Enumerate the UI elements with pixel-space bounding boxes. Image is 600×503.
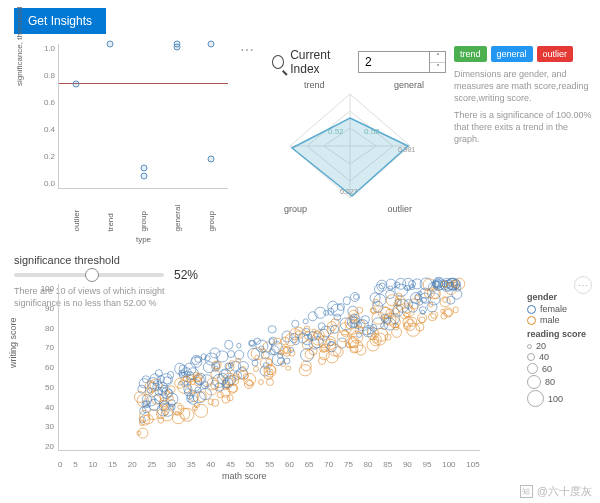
tag-trend: trend <box>454 46 487 62</box>
mini-yticks: 1.00.80.60.40.20.0 <box>29 44 55 188</box>
mini-xlabel: type <box>136 235 151 244</box>
significance-slider[interactable] <box>14 273 164 277</box>
legend-size-80: 80 <box>527 375 586 389</box>
mini-threshold-line <box>59 83 228 84</box>
current-index-input[interactable] <box>359 52 429 72</box>
legend-size-60: 60 <box>527 363 586 374</box>
info-line-1: Dimensions are gender, and measures are … <box>454 68 592 104</box>
svg-text:0.981: 0.981 <box>398 146 416 153</box>
radar-axis-outlier: outlier <box>387 204 412 214</box>
svg-text:0.52: 0.52 <box>328 127 344 136</box>
get-insights-button[interactable]: Get Insights <box>14 8 106 34</box>
mini-chart-menu-icon[interactable]: ⋯ <box>236 38 258 62</box>
svg-text:0.52: 0.52 <box>364 127 380 136</box>
current-index-spinner[interactable]: ˄ ˅ <box>358 51 446 73</box>
radar-axis-trend: trend <box>304 80 325 90</box>
mini-ylabel: significance, threshold <box>15 7 24 86</box>
legend-size-100: 100 <box>527 390 586 407</box>
radar-axis-group: group <box>284 204 307 214</box>
scatter-legend: gender femalemale reading score 20406080… <box>527 288 586 408</box>
info-line-2: There is a significance of 100.00% that … <box>454 109 592 145</box>
watermark: 知 @六十度灰 <box>520 484 592 499</box>
tag-outlier: outlier <box>537 46 574 62</box>
zhihu-icon: 知 <box>520 485 533 498</box>
index-up-button[interactable]: ˄ <box>430 52 445 63</box>
svg-text:0.027: 0.027 <box>340 188 358 195</box>
legend-gender-male: male <box>527 315 586 325</box>
legend-size-40: 40 <box>527 352 586 362</box>
radar-chart: 0.52 0.52 0.981 0.027 trend general outl… <box>270 76 430 216</box>
scatter-ylabel: writing score <box>8 317 18 368</box>
legend-gender-female: female <box>527 304 586 314</box>
mini-xticks: outliertrendgroupgeneralgroup <box>59 221 228 230</box>
scatter-xticks: 0510152025303540455055606570758085909510… <box>58 460 480 469</box>
scatter-yticks: 2030405060708090100 <box>34 284 54 451</box>
legend-size-20: 20 <box>527 341 586 351</box>
insight-info-panel: trendgeneraloutlier Dimensions are gende… <box>454 46 592 145</box>
slider-title: significance threshold <box>14 254 214 266</box>
radar-axis-general: general <box>394 80 424 90</box>
current-index-label: Current Index <box>290 48 352 76</box>
main-scatter-chart: ⋯ writing score 2030405060708090100 0510… <box>14 280 590 475</box>
mini-significance-chart: significance, threshold 1.00.80.60.40.20… <box>58 44 228 189</box>
scatter-xlabel: math score <box>222 471 267 481</box>
search-icon <box>272 55 284 69</box>
index-down-button[interactable]: ˅ <box>430 63 445 73</box>
tag-general: general <box>491 46 533 62</box>
